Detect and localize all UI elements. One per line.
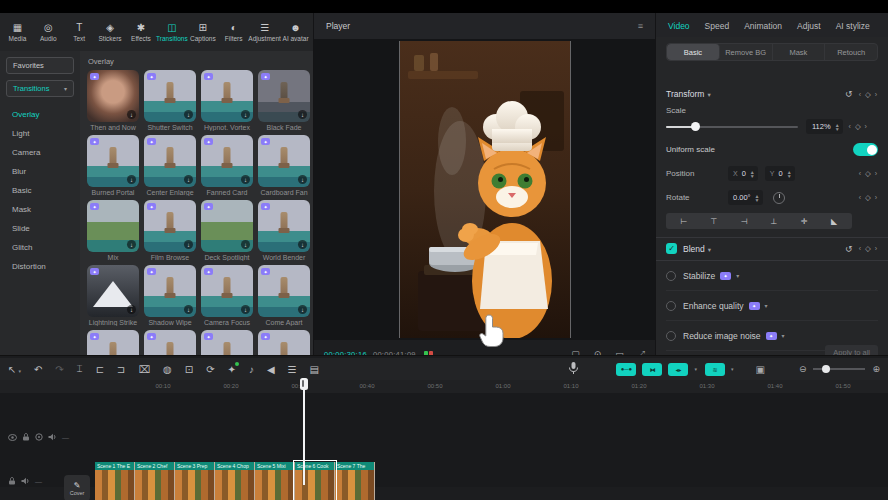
transition-item-then-and-now[interactable]: ✦↓Then and Now <box>87 70 139 131</box>
rotate-input[interactable]: 0.00° ▲▼ <box>728 190 763 205</box>
toolbar-item-captions[interactable]: ⊞Captions <box>187 22 218 42</box>
toolbar-item-ai-avatar[interactable]: ☻AI avatar <box>280 22 311 42</box>
subtab-retouch[interactable]: Retouch <box>825 44 877 60</box>
align-icon-1[interactable]: ⊢ <box>670 217 698 226</box>
microphone-icon[interactable] <box>569 360 578 378</box>
category-dropdown[interactable]: Transitions ▾ <box>6 80 74 97</box>
subtab-basic[interactable]: Basic <box>667 44 720 60</box>
delete-icon[interactable]: ⌧ <box>138 364 150 375</box>
toolbar-item-filters[interactable]: ◐Filters <box>218 22 249 42</box>
transition-item-shadow-wipe[interactable]: ✦↓Shadow Wipe <box>144 265 196 326</box>
tab-adjust[interactable]: Adjust <box>797 21 821 31</box>
toolbar-item-audio[interactable]: ◎Audio <box>33 22 64 42</box>
ai-magic-icon[interactable]: ✦ <box>228 364 236 375</box>
position-x-input[interactable]: X 0 ▲▼ <box>728 166 758 181</box>
transition-item-black-fade[interactable]: ✦↓Black Fade <box>258 70 310 131</box>
keyframe-control[interactable]: ‹ ◇ › <box>859 90 878 99</box>
transition-item-cardboard-fan[interactable]: ✦↓Cardboard Fan <box>258 135 310 196</box>
tab-speed[interactable]: Speed <box>705 21 730 31</box>
scale-slider[interactable] <box>666 122 798 132</box>
timeline-ruler[interactable]: 00:1000:2000:3000:4000:5001:0001:1001:20… <box>0 380 888 393</box>
rotate-keyframe[interactable]: ‹ ◇ › <box>859 193 878 202</box>
position-keyframe[interactable]: ‹ ◇ › <box>859 169 878 178</box>
tab-ai-stylize[interactable]: AI stylize <box>836 21 870 31</box>
timeline-clip-scene-7-the[interactable]: Scene 7 The <box>335 462 375 500</box>
position-y-input[interactable]: Y 0 ▲▼ <box>765 166 795 181</box>
scale-keyframe[interactable]: ‹ ◇ › <box>849 122 868 131</box>
align-icon-5[interactable]: ✛ <box>790 217 818 226</box>
timeline-clip-scene-4-chop[interactable]: Scene 4 Chop <box>215 462 255 500</box>
chevron-down-icon[interactable]: ▾ <box>782 332 785 339</box>
scale-slider-knob[interactable] <box>691 122 700 131</box>
section-checkbox[interactable] <box>666 331 676 341</box>
scale-value-box[interactable]: 112% ▲▼ <box>806 119 843 134</box>
subtab-mask[interactable]: Mask <box>773 44 826 60</box>
zoom-out-icon[interactable]: ⊖ <box>799 364 807 374</box>
trim-left-icon[interactable]: ⊏ <box>96 364 104 375</box>
playhead[interactable] <box>303 378 305 485</box>
sidebar-item-basic[interactable]: Basic <box>0 181 80 200</box>
mark-in-out-icon[interactable]: ●─● <box>616 363 636 376</box>
zoom-in-icon[interactable]: ⊕ <box>872 364 880 374</box>
blend-reset-icon[interactable]: ↺ <box>845 244 853 254</box>
timeline-clip-scene-6-cook[interactable]: Scene 6 Cook <box>295 462 335 500</box>
keyframe-nav-icon[interactable]: ◂▸ <box>668 363 688 376</box>
toolbar-item-transitions[interactable]: ◫Transitions <box>156 22 187 42</box>
align-icon-3[interactable]: ⊣ <box>730 217 758 226</box>
split-icon[interactable]: ⌶ <box>77 363 83 375</box>
transition-item-hypnot-vortex[interactable]: ✦↓Hypnot. Vortex <box>201 70 253 131</box>
sidebar-item-slide[interactable]: Slide <box>0 219 80 238</box>
blend-keyframe[interactable]: ‹ ◇ › <box>859 244 878 253</box>
timeline-clip-scene-5-mixi[interactable]: Scene 5 Mixi <box>255 462 295 500</box>
speed-ramp-icon[interactable]: ≋ <box>705 363 725 376</box>
mixer-icon[interactable]: ☰ <box>288 364 297 375</box>
toolbar-item-effects[interactable]: ✱Effects <box>126 22 157 42</box>
link-clips-icon[interactable]: ⧓ <box>642 363 662 376</box>
cover-button[interactable]: ✎ Cover <box>64 475 90 500</box>
align-icon-6[interactable]: ◣ <box>820 217 848 226</box>
video-preview[interactable] <box>399 41 571 338</box>
transition-item-lightning-strike[interactable]: ✦↓Lightning Strike <box>87 265 139 326</box>
transition-item-fanned-card[interactable]: ✦↓Fanned Card <box>201 135 253 196</box>
volume-icon[interactable]: ◀ <box>267 364 275 375</box>
sidebar-item-light[interactable]: Light <box>0 124 80 143</box>
hide-track-icon[interactable] <box>8 434 17 441</box>
scale-stepper[interactable]: ▲▼ <box>835 123 840 131</box>
transition-item-world-bender[interactable]: ✦↓World Bender <box>258 200 310 261</box>
chevron-down-icon[interactable]: ▾ <box>736 272 739 279</box>
sidebar-item-camera[interactable]: Camera <box>0 143 80 162</box>
crop-icon[interactable]: ⊡ <box>185 364 193 375</box>
mute-track-icon[interactable] <box>48 433 57 441</box>
reset-icon[interactable]: ↺ <box>845 89 853 99</box>
timeline-clip-scene-3-prep[interactable]: Scene 3 Prep <box>175 462 215 500</box>
transition-item-come-apart[interactable]: ✦↓Come Apart <box>258 265 310 326</box>
extract-audio-icon[interactable]: ♪ <box>249 364 254 375</box>
lock-track-icon[interactable] <box>8 477 16 485</box>
section-checkbox[interactable] <box>666 301 676 311</box>
transition-item-mix[interactable]: ✦↓Mix <box>87 200 139 261</box>
trim-right-icon[interactable]: ⊐ <box>117 364 125 375</box>
sidebar-item-glitch[interactable]: Glitch <box>0 238 80 257</box>
loop-icon[interactable]: ⟳ <box>206 364 214 375</box>
align-icon-4[interactable]: ⊥ <box>760 217 788 226</box>
blend-checkbox[interactable]: ✓ <box>666 243 677 254</box>
chevron-down-icon[interactable]: ▾ <box>694 366 697 372</box>
timeline-clip-scene-1-the-e[interactable]: Scene 1 The E <box>95 462 135 500</box>
transition-item-film-browse[interactable]: ✦↓Film Browse <box>144 200 196 261</box>
sidebar-item-blur[interactable]: Blur <box>0 162 80 181</box>
toolbar-item-media[interactable]: ▦Media <box>2 22 33 42</box>
timeline-clip-scene-2-chef[interactable]: Scene 2 Chef <box>135 462 175 500</box>
chevron-down-icon[interactable]: ▾ <box>765 302 768 309</box>
uniform-scale-toggle[interactable] <box>853 143 878 156</box>
lock-track-icon[interactable] <box>22 433 30 441</box>
transition-item-center-enlarge[interactable]: ✦↓Center Enlarge <box>144 135 196 196</box>
chevron-down-icon[interactable]: ▾ <box>731 366 734 372</box>
toolbar-item-stickers[interactable]: ◈Stickers <box>95 22 126 42</box>
sidebar-item-overlay[interactable]: Overlay <box>0 105 80 124</box>
shortcut-icon[interactable]: ▤ <box>310 364 319 375</box>
toolbar-item-text[interactable]: TText <box>64 22 95 42</box>
rotate-dial[interactable] <box>773 192 785 204</box>
sidebar-item-mask[interactable]: Mask <box>0 200 80 219</box>
timeline-zoom-slider[interactable] <box>813 365 865 373</box>
sidebar-item-distortion[interactable]: Distortion <box>0 257 80 276</box>
